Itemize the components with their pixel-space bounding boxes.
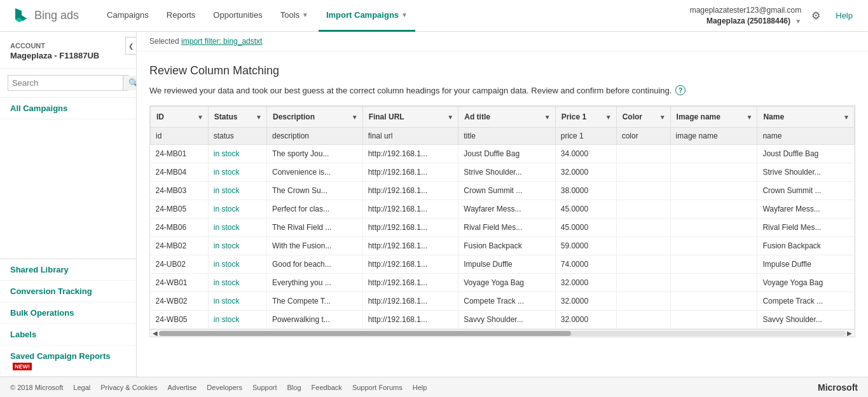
- sidebar-item-labels[interactable]: Labels: [0, 324, 136, 346]
- horizontal-scrollbar[interactable]: ◀ ▶: [150, 329, 855, 337]
- cell-image-name: [670, 145, 757, 163]
- col-dropdown-final-url[interactable]: Final URL▼: [363, 107, 458, 127]
- col-dropdown-id[interactable]: ID▼: [151, 107, 208, 127]
- cell-color: [616, 200, 670, 219]
- cell-image-name: [670, 219, 757, 237]
- scrollbar-thumb[interactable]: [159, 331, 571, 336]
- cell-status: in stock: [208, 255, 266, 274]
- breadcrumb-link[interactable]: import filter: bing_adstxt: [181, 37, 262, 46]
- data-header-description: description: [267, 128, 363, 145]
- col-dropdown-name[interactable]: Name▼: [757, 107, 854, 127]
- content-area: Selected import filter: bing_adstxt Revi…: [137, 32, 868, 377]
- col-dropdown-image-name[interactable]: Image name▼: [671, 107, 757, 127]
- sidebar-bottom: Shared Library Conversion Tracking Bulk …: [0, 259, 136, 377]
- data-header-id: id: [151, 128, 209, 145]
- footer-developers[interactable]: Developers: [207, 384, 242, 391]
- footer-advertise[interactable]: Advertise: [168, 384, 197, 391]
- cell-image-name: [670, 237, 757, 255]
- cell-description: Everything you ...: [267, 274, 363, 292]
- cell-title: Voyage Yoga Bag: [458, 274, 556, 292]
- cell-final-url: http://192.168.1...: [362, 163, 458, 182]
- sidebar-item-saved-campaign-reports[interactable]: Saved Campaign Reports NEW!: [0, 346, 136, 377]
- cell-id: 24-MB06: [151, 219, 209, 237]
- settings-button[interactable]: ⚙: [809, 7, 823, 24]
- cell-name: Savvy Shoulder...: [757, 311, 855, 329]
- search-button[interactable]: 🔍: [123, 76, 137, 90]
- cell-price1: 38.0000: [555, 182, 616, 200]
- cell-title: Wayfarer Mess...: [458, 200, 556, 219]
- data-header-price1: price 1: [555, 128, 616, 145]
- cell-color: [616, 182, 670, 200]
- main-layout: ❮ Account Mageplaza - F11887UB 🔍 All Cam…: [0, 32, 868, 377]
- cell-title: Joust Duffle Bag: [458, 145, 556, 163]
- scroll-right-arrow[interactable]: ▶: [846, 330, 853, 337]
- data-header-final-url: final url: [362, 128, 458, 145]
- col-dropdown-ad-title[interactable]: Ad title▼: [458, 107, 555, 127]
- col-header-color: Color▼: [616, 107, 670, 128]
- sidebar-collapse-button[interactable]: ❮: [125, 37, 137, 55]
- sidebar-item-conversion-tracking[interactable]: Conversion Tracking: [0, 281, 136, 302]
- nav-campaigns[interactable]: Campaigns: [99, 0, 156, 32]
- cell-description: Perfect for clas...: [267, 200, 363, 219]
- table-row: 24-MB06in stockThe Rival Field ...http:/…: [151, 219, 855, 237]
- info-icon[interactable]: ?: [675, 85, 685, 95]
- cell-color: [616, 219, 670, 237]
- nav-opportunities[interactable]: Opportunities: [205, 0, 270, 32]
- col-dropdown-description[interactable]: Description▼: [267, 107, 362, 127]
- cell-id: 24-MB02: [151, 237, 209, 255]
- data-header-status: status: [208, 128, 266, 145]
- scrollbar-track[interactable]: [159, 331, 846, 336]
- logo[interactable]: Bing ads: [10, 6, 79, 26]
- col-header-image-name: Image name▼: [670, 107, 757, 128]
- search-input[interactable]: [8, 76, 123, 90]
- footer-help[interactable]: Help: [413, 384, 427, 391]
- footer-support[interactable]: Support: [252, 384, 277, 391]
- cell-description: Convenience is...: [267, 163, 363, 182]
- cell-status: in stock: [208, 219, 266, 237]
- footer-legal[interactable]: Legal: [73, 384, 90, 391]
- cell-status: in stock: [208, 200, 266, 219]
- user-info[interactable]: mageplazatester123@gmail.com Mageplaza (…: [690, 5, 802, 27]
- scroll-left-arrow[interactable]: ◀: [151, 330, 159, 337]
- cell-title: Rival Field Mes...: [458, 219, 556, 237]
- nav-import-campaigns[interactable]: Import Campaigns▼: [319, 0, 415, 32]
- table-row: 24-UB02in stockGood for beach...http://1…: [151, 255, 855, 274]
- top-navigation: Bing ads Campaigns Reports Opportunities…: [0, 0, 868, 32]
- footer-support-forums[interactable]: Support Forums: [352, 384, 403, 391]
- col-header-final-url: Final URL▼: [362, 107, 458, 128]
- cell-image-name: [670, 292, 757, 311]
- cell-price1: 74.0000: [555, 255, 616, 274]
- nav-tools[interactable]: Tools▼: [273, 0, 316, 32]
- footer-feedback[interactable]: Feedback: [312, 384, 342, 391]
- col-dropdown-status[interactable]: Status▼: [209, 107, 266, 127]
- cell-status: in stock: [208, 182, 266, 200]
- sidebar-all-campaigns[interactable]: All Campaigns: [0, 98, 136, 119]
- cell-title: Strive Shoulder...: [458, 163, 556, 182]
- cell-description: The Crown Su...: [267, 182, 363, 200]
- account-label: Account: [10, 42, 126, 50]
- table-row: 24-MB03in stockThe Crown Su...http://192…: [151, 182, 855, 200]
- content-inner: Review Column Matching We reviewed your …: [137, 51, 868, 350]
- cell-price1: 32.0000: [555, 311, 616, 329]
- footer-blog[interactable]: Blog: [287, 384, 301, 391]
- cell-color: [616, 292, 670, 311]
- help-button[interactable]: Help: [830, 8, 858, 23]
- col-dropdown-color[interactable]: Color▼: [617, 107, 670, 127]
- table-row: 24-MB02in stockWith the Fusion...http://…: [151, 237, 855, 255]
- footer-privacy[interactable]: Privacy & Cookies: [100, 384, 157, 391]
- sidebar-item-shared-library[interactable]: Shared Library: [0, 259, 136, 281]
- data-table-container: ID▼ Status▼ Desc: [149, 105, 855, 337]
- sidebar-item-bulk-operations[interactable]: Bulk Operations: [0, 302, 136, 324]
- col-header-name: Name▼: [757, 107, 855, 128]
- cell-id: 24-UB02: [151, 255, 209, 274]
- cell-image-name: [670, 163, 757, 182]
- cell-id: 24-MB04: [151, 163, 209, 182]
- col-dropdown-price1[interactable]: Price 1▼: [556, 107, 616, 127]
- search-box: 🔍: [8, 75, 128, 91]
- nav-reports[interactable]: Reports: [159, 0, 203, 32]
- cell-description: The sporty Jou...: [267, 145, 363, 163]
- page-title: Review Column Matching: [149, 64, 855, 77]
- cell-status: in stock: [208, 163, 266, 182]
- cell-color: [616, 311, 670, 329]
- col-header-description: Description▼: [267, 107, 363, 128]
